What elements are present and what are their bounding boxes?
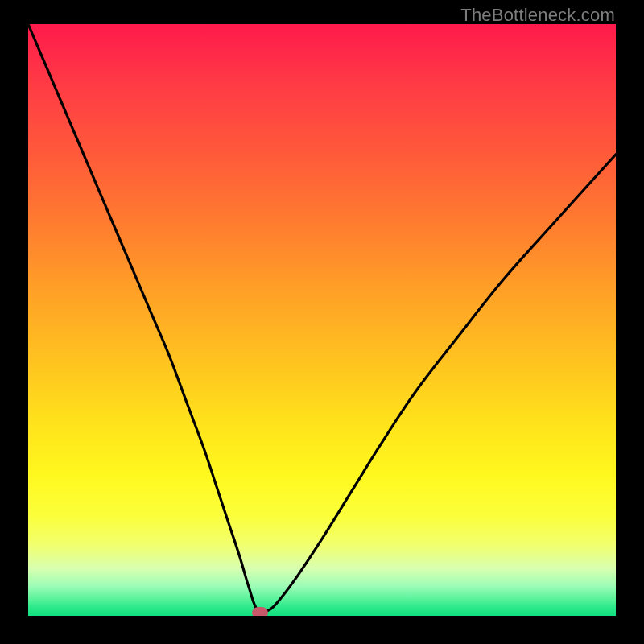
optimal-marker (252, 607, 268, 616)
bottleneck-curve (28, 24, 616, 616)
chart-stage: TheBottleneck.com (0, 0, 644, 644)
plot-area (28, 24, 616, 616)
watermark-text: TheBottleneck.com (460, 5, 615, 26)
